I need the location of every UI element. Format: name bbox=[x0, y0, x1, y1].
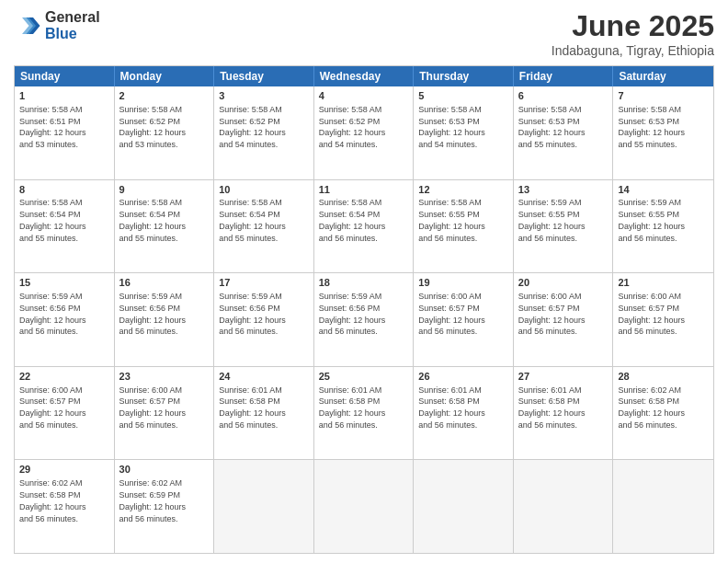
logo-icon bbox=[14, 12, 41, 40]
day-8: 8 Sunrise: 5:58 AMSunset: 6:54 PMDayligh… bbox=[15, 180, 115, 273]
empty-cell-5 bbox=[613, 460, 713, 553]
header-monday: Monday bbox=[115, 66, 215, 86]
day-29: 29 Sunrise: 6:02 AMSunset: 6:58 PMDaylig… bbox=[15, 460, 115, 553]
week-row-2: 8 Sunrise: 5:58 AMSunset: 6:54 PMDayligh… bbox=[15, 179, 713, 273]
logo-text: General Blue bbox=[45, 9, 100, 41]
header: General Blue June 2025 Indabaguna, Tigra… bbox=[14, 9, 714, 58]
logo-blue-text: Blue bbox=[45, 26, 100, 42]
calendar: Sunday Monday Tuesday Wednesday Thursday… bbox=[14, 65, 714, 554]
header-sunday: Sunday bbox=[15, 66, 115, 86]
day-15: 15 Sunrise: 5:59 AMSunset: 6:56 PMDaylig… bbox=[15, 273, 115, 366]
page: General Blue June 2025 Indabaguna, Tigra… bbox=[0, 0, 728, 563]
day-20: 20 Sunrise: 6:00 AMSunset: 6:57 PMDaylig… bbox=[514, 273, 614, 366]
day-17: 17 Sunrise: 5:59 AMSunset: 6:56 PMDaylig… bbox=[214, 273, 314, 366]
day-11: 11 Sunrise: 5:58 AMSunset: 6:54 PMDaylig… bbox=[314, 180, 415, 273]
day-25: 25 Sunrise: 6:01 AMSunset: 6:58 PMDaylig… bbox=[314, 367, 415, 460]
day-22: 22 Sunrise: 6:00 AMSunset: 6:57 PMDaylig… bbox=[15, 367, 115, 460]
calendar-body: 1 Sunrise: 5:58 AMSunset: 6:51 PMDayligh… bbox=[15, 86, 713, 553]
logo-general-text: General bbox=[45, 9, 100, 26]
day-13: 13 Sunrise: 5:59 AMSunset: 6:55 PMDaylig… bbox=[514, 180, 614, 273]
day-12: 12 Sunrise: 5:58 AMSunset: 6:55 PMDaylig… bbox=[414, 180, 514, 273]
day-6: 6 Sunrise: 5:58 AMSunset: 6:53 PMDayligh… bbox=[514, 86, 614, 179]
header-thursday: Thursday bbox=[414, 66, 514, 86]
week-row-5: 29 Sunrise: 6:02 AMSunset: 6:58 PMDaylig… bbox=[15, 459, 713, 553]
week-row-4: 22 Sunrise: 6:00 AMSunset: 6:57 PMDaylig… bbox=[15, 366, 713, 460]
day-18: 18 Sunrise: 5:59 AMSunset: 6:56 PMDaylig… bbox=[314, 273, 415, 366]
day-21: 21 Sunrise: 6:00 AMSunset: 6:57 PMDaylig… bbox=[613, 273, 713, 366]
day-23: 23 Sunrise: 6:00 AMSunset: 6:57 PMDaylig… bbox=[115, 367, 215, 460]
day-4: 4 Sunrise: 5:58 AMSunset: 6:52 PMDayligh… bbox=[314, 86, 415, 179]
subtitle: Indabaguna, Tigray, Ethiopia bbox=[552, 43, 714, 58]
title-area: June 2025 Indabaguna, Tigray, Ethiopia bbox=[552, 9, 714, 58]
day-1: 1 Sunrise: 5:58 AMSunset: 6:51 PMDayligh… bbox=[15, 86, 115, 179]
day-14: 14 Sunrise: 5:59 AMSunset: 6:55 PMDaylig… bbox=[613, 180, 713, 273]
day-30: 30 Sunrise: 6:02 AMSunset: 6:59 PMDaylig… bbox=[115, 460, 215, 553]
day-9: 9 Sunrise: 5:58 AMSunset: 6:54 PMDayligh… bbox=[115, 180, 215, 273]
day-7: 7 Sunrise: 5:58 AMSunset: 6:53 PMDayligh… bbox=[613, 86, 713, 179]
day-3: 3 Sunrise: 5:58 AMSunset: 6:52 PMDayligh… bbox=[214, 86, 314, 179]
day-5: 5 Sunrise: 5:58 AMSunset: 6:53 PMDayligh… bbox=[414, 86, 514, 179]
day-26: 26 Sunrise: 6:01 AMSunset: 6:58 PMDaylig… bbox=[414, 367, 514, 460]
day-10: 10 Sunrise: 5:58 AMSunset: 6:54 PMDaylig… bbox=[214, 180, 314, 273]
day-19: 19 Sunrise: 6:00 AMSunset: 6:57 PMDaylig… bbox=[414, 273, 514, 366]
day-24: 24 Sunrise: 6:01 AMSunset: 6:58 PMDaylig… bbox=[214, 367, 314, 460]
empty-cell-4 bbox=[514, 460, 614, 553]
month-title: June 2025 bbox=[552, 9, 714, 43]
calendar-header: Sunday Monday Tuesday Wednesday Thursday… bbox=[15, 66, 713, 86]
header-tuesday: Tuesday bbox=[214, 66, 314, 86]
header-wednesday: Wednesday bbox=[314, 66, 415, 86]
day-16: 16 Sunrise: 5:59 AMSunset: 6:56 PMDaylig… bbox=[115, 273, 215, 366]
logo: General Blue bbox=[14, 9, 100, 41]
header-saturday: Saturday bbox=[613, 66, 713, 86]
empty-cell-3 bbox=[414, 460, 514, 553]
header-friday: Friday bbox=[514, 66, 614, 86]
week-row-3: 15 Sunrise: 5:59 AMSunset: 6:56 PMDaylig… bbox=[15, 272, 713, 366]
empty-cell-2 bbox=[314, 460, 415, 553]
day-28: 28 Sunrise: 6:02 AMSunset: 6:58 PMDaylig… bbox=[613, 367, 713, 460]
week-row-1: 1 Sunrise: 5:58 AMSunset: 6:51 PMDayligh… bbox=[15, 86, 713, 179]
day-2: 2 Sunrise: 5:58 AMSunset: 6:52 PMDayligh… bbox=[115, 86, 215, 179]
empty-cell-1 bbox=[214, 460, 314, 553]
day-27: 27 Sunrise: 6:01 AMSunset: 6:58 PMDaylig… bbox=[514, 367, 614, 460]
